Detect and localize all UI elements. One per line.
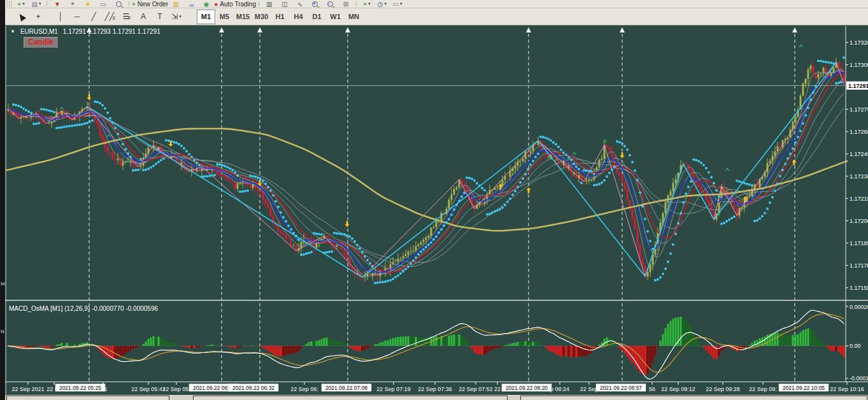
svg-text:22 Sep 2021: 22 Sep 2021 [11, 386, 44, 392]
svg-text:1.17230: 1.17230 [850, 173, 868, 180]
svg-text:1.17245: 1.17245 [850, 151, 868, 157]
svg-text:22 Sep 07:36: 22 Sep 07:36 [418, 386, 452, 392]
svg-text:56: 56 [649, 386, 655, 392]
svg-text:22 Sep: 22 Sep [580, 386, 599, 392]
svg-text:22 Sep 06:: 22 Sep 06: [290, 386, 318, 392]
svg-text:22 Sep 09:12: 22 Sep 09:12 [661, 386, 695, 392]
left-edge-strip: MN [0, 0, 5, 400]
svg-text:22 Sep 05:: 22 Sep 05: [162, 386, 190, 392]
background-window-edge [193, 396, 508, 400]
background-window-text: M [1, 281, 5, 287]
svg-text:1.17320: 1.17320 [850, 39, 868, 46]
chart-title: EURUSD,M1 [20, 28, 58, 35]
svg-text:1.17155: 1.17155 [850, 285, 868, 291]
svg-text:1.17291: 1.17291 [848, 83, 868, 89]
svg-text:2021.09.22 08:20: 2021.09.22 08:20 [506, 385, 548, 391]
svg-text:2021.09.22 06:32: 2021.09.22 06:32 [232, 385, 274, 391]
svg-text:0.00020: 0.00020 [850, 304, 868, 310]
svg-text:2021.09.22 10:05: 2021.09.22 10:05 [783, 385, 825, 391]
svg-text:p 08:24: p 08:24 [550, 386, 569, 392]
background-window-text: N [1, 329, 4, 334]
svg-text:1.17215: 1.17215 [850, 196, 868, 202]
svg-text:1.17260: 1.17260 [850, 129, 868, 135]
chart-ohlc: 1.17291 1.17293 1.17291 1.17291 [63, 28, 160, 35]
svg-text:2021.09.22 07:08: 2021.09.22 07:08 [325, 385, 367, 391]
svg-text:1.17200: 1.17200 [850, 218, 868, 224]
current-price-label: 1.17291 [846, 82, 868, 90]
svg-text:22 Sep 07:19: 22 Sep 07:19 [376, 386, 411, 392]
svg-text:1.17185: 1.17185 [850, 240, 868, 246]
chart-collapse-icon[interactable]: ▼ [10, 29, 15, 34]
svg-text:22 Sep 09:28: 22 Sep 09:28 [706, 386, 740, 392]
svg-text:22 Sep 07:52: 22 Sep 07:52 [459, 386, 493, 392]
bottom-windows-strip [5, 395, 868, 400]
svg-text:1.17275: 1.17275 [850, 106, 868, 113]
mt4-window: +▾▤▾▼⌖★▭+New Order▥☁◉●Auto Trading▥◫∿+-⊞… [0, 0, 868, 400]
svg-text:22 Sep 05:41: 22 Sep 05:41 [131, 386, 166, 392]
svg-text:1.17305: 1.17305 [850, 62, 868, 68]
svg-text:2021.09.22 05:25: 2021.09.22 05:25 [59, 385, 101, 391]
candle-button[interactable]: Candle [23, 36, 59, 48]
svg-text:22 Sep 09:: 22 Sep 09: [749, 386, 777, 392]
chart-canvas[interactable]: 1.173201.173051.172751.172601.172451.172… [0, 0, 868, 400]
background-window-edge [520, 396, 867, 400]
svg-text:0.00: 0.00 [850, 343, 861, 349]
svg-text:22: 22 [494, 386, 501, 392]
svg-text:2021.09.22 08:57: 2021.09.22 08:57 [600, 385, 642, 391]
svg-text:1.17170: 1.17170 [850, 262, 868, 269]
background-window-edge [6, 396, 169, 400]
svg-text:-0.00017: -0.00017 [850, 375, 868, 382]
macd-indicator-label: MACD_OsMA [M1] (12,26,9) -0.0000770 -0.0… [9, 305, 158, 312]
svg-text:22 Sep 10:16: 22 Sep 10:16 [830, 386, 864, 392]
chart-header: ▼ EURUSD,M1 1.17291 1.17293 1.17291 1.17… [10, 28, 160, 35]
